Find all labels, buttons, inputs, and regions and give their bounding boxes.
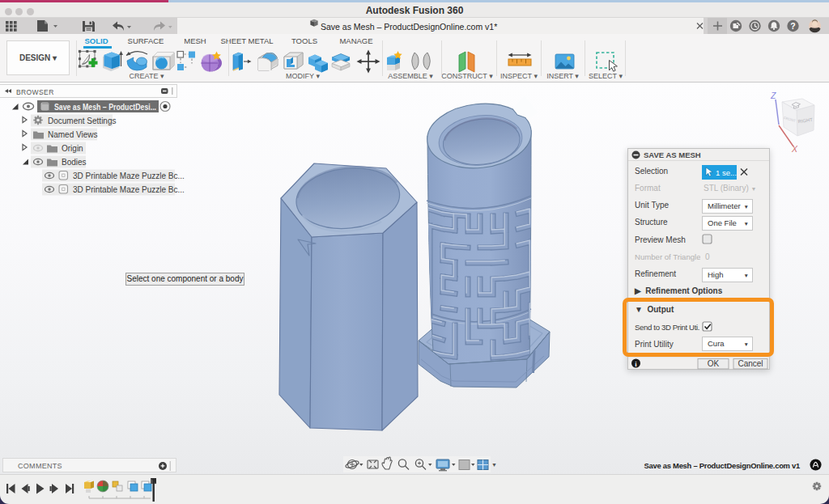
svg-text:Bodies: Bodies [62,158,87,167]
svg-text:X: X [791,144,798,154]
svg-text:3D Printable Maze Puzzle Bc...: 3D Printable Maze Puzzle Bc... [73,185,185,194]
svg-text:Origin: Origin [62,144,83,153]
svg-text:OK: OK [708,359,720,368]
svg-text:1 se...: 1 se... [716,168,737,177]
svg-text:?: ? [790,21,795,31]
svg-text:Named Views: Named Views [48,130,98,139]
svg-text:3D Printable Maze Puzzle Bc...: 3D Printable Maze Puzzle Bc... [73,172,185,180]
svg-text:Cancel: Cancel [738,359,763,368]
svg-text:Z: Z [770,91,776,100]
svg-text:Document Settings: Document Settings [48,116,117,125]
svg-text:Save as Mesh – ProductDesi...: Save as Mesh – ProductDesi... [54,103,156,112]
